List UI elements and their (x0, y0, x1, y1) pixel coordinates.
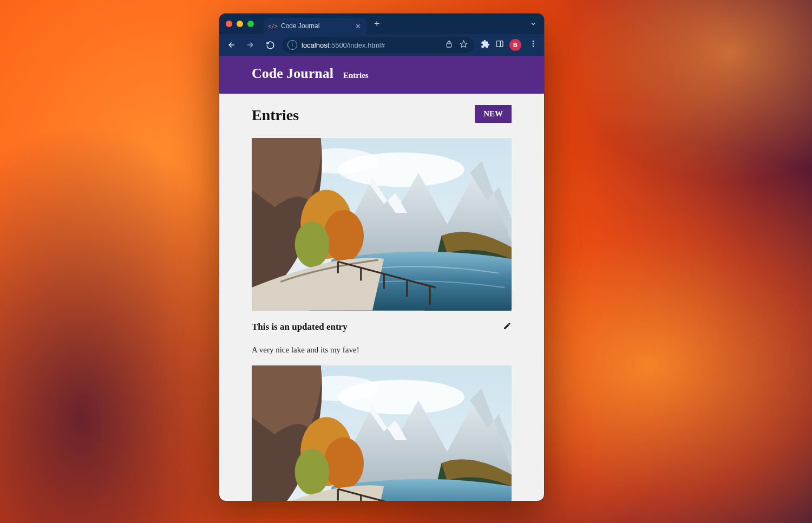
svg-point-21 (295, 449, 330, 495)
svg-point-14 (324, 210, 364, 262)
maximize-window-icon[interactable] (247, 21, 254, 27)
svg-point-9 (533, 45, 534, 47)
page-header: Code Journal Entries (219, 56, 544, 94)
entry-title: This is an updated entry (252, 322, 348, 332)
svg-point-7 (533, 41, 534, 42)
svg-marker-4 (460, 41, 467, 47)
nav-link-entries[interactable]: Entries (343, 71, 369, 80)
entry-title-row: This is an updated entry (252, 322, 512, 332)
share-icon[interactable] (444, 40, 454, 50)
browser-toolbar: i localhost:5500/index.html# B (219, 34, 544, 56)
side-panel-icon[interactable] (495, 40, 504, 50)
bookmark-star-icon[interactable] (459, 40, 469, 50)
address-bar[interactable]: i localhost:5500/index.html# (282, 37, 474, 53)
svg-point-20 (324, 437, 364, 489)
svg-rect-5 (496, 41, 503, 47)
entry-item: This is an updated entry A very nice lak… (252, 138, 512, 355)
close-tab-icon[interactable]: ✕ (355, 23, 361, 30)
forward-button[interactable] (243, 37, 258, 53)
new-tab-button[interactable]: + (374, 18, 380, 30)
entry-image (252, 138, 512, 311)
site-info-icon[interactable]: i (287, 40, 297, 50)
entries-heading-row: Entries NEW (252, 103, 512, 124)
tab-title: Code Journal (281, 22, 319, 30)
entry-image (252, 365, 512, 501)
page-viewport: Code Journal Entries Entries NEW (219, 56, 544, 501)
app-title: Code Journal (252, 66, 333, 82)
tab-list-dropdown-icon[interactable] (527, 17, 540, 30)
close-window-icon[interactable] (226, 21, 232, 27)
url-text: localhost:5500/index.html# (302, 41, 440, 49)
page-container: Entries NEW (219, 94, 544, 501)
browser-menu-icon[interactable] (527, 40, 540, 50)
extensions-puzzle-icon[interactable] (481, 40, 490, 51)
browser-window: </> Code Journal ✕ + i localhost:5500/in… (219, 14, 544, 501)
minimize-window-icon[interactable] (237, 21, 243, 27)
window-controls (226, 21, 254, 27)
svg-point-8 (533, 43, 534, 45)
reload-button[interactable] (263, 37, 278, 53)
tab-strip: </> Code Journal ✕ + (219, 14, 544, 34)
svg-point-15 (295, 221, 330, 267)
entries-heading: Entries (252, 107, 299, 124)
url-path: :5500/index.html# (329, 41, 385, 49)
back-button[interactable] (224, 37, 239, 53)
edit-pencil-icon[interactable] (503, 322, 512, 332)
page-scroll[interactable]: Code Journal Entries Entries NEW (219, 56, 544, 501)
entry-item (252, 365, 512, 501)
browser-tab[interactable]: </> Code Journal ✕ (264, 18, 366, 34)
favicon-icon: </> (269, 22, 277, 30)
url-host: localhost (302, 41, 329, 49)
extension-area: B (481, 39, 540, 51)
new-entry-button[interactable]: NEW (475, 105, 512, 123)
entry-body: A very nice lake and its my fave! (252, 345, 512, 355)
profile-avatar[interactable]: B (509, 39, 521, 51)
